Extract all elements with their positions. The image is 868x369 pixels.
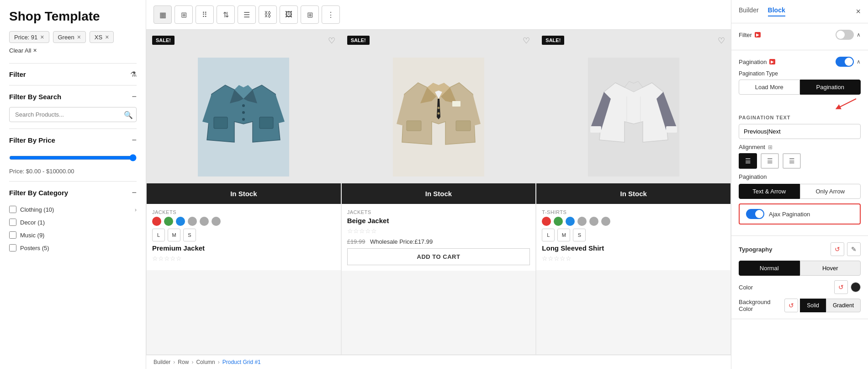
category-posters-checkbox[interactable]	[9, 244, 16, 251]
swatch-blue-1[interactable]	[176, 217, 185, 226]
filter-tag-xs[interactable]: XS ×	[90, 31, 114, 43]
toolbar-link-btn[interactable]: ⛓	[259, 5, 277, 24]
size-l-1[interactable]: L	[152, 229, 165, 241]
swatch-gray1-3[interactable]	[577, 217, 587, 226]
toolbar-arrows-btn[interactable]: ⇅	[217, 5, 235, 24]
typography-actions: ↺ ✎	[831, 242, 861, 256]
color-label: Color	[739, 284, 753, 291]
only-arrow-btn[interactable]: Only Arrow	[800, 184, 861, 199]
size-m-1[interactable]: M	[168, 229, 180, 241]
tab-block[interactable]: Block	[768, 6, 785, 16]
gradient-btn[interactable]: Gradient	[826, 299, 861, 312]
bg-color-reset-btn[interactable]: ↺	[784, 299, 798, 312]
swatch-gray2-1[interactable]	[200, 217, 209, 226]
wishlist-btn-3[interactable]: ♡	[718, 36, 725, 46]
swatch-gray2-3[interactable]	[589, 217, 598, 226]
size-s-3[interactable]: S	[573, 229, 586, 241]
ajax-pagination-toggle[interactable]	[746, 209, 764, 219]
close-panel-button[interactable]: ×	[856, 7, 861, 16]
hover-tab[interactable]: Hover	[800, 261, 861, 276]
search-input[interactable]	[9, 107, 137, 122]
svg-rect-14	[666, 126, 677, 133]
tab-builder[interactable]: Builder	[739, 6, 759, 16]
align-right-btn[interactable]: ☰	[783, 153, 801, 169]
add-to-cart-btn-2[interactable]: ADD TO CART	[347, 248, 530, 265]
swatch-blue-3[interactable]	[566, 217, 575, 226]
collapse-price-icon[interactable]: −	[132, 135, 137, 145]
breadcrumb-current[interactable]: Product Grid #1	[222, 359, 261, 365]
align-center-btn[interactable]: ☰	[761, 153, 779, 169]
category-music: Music (9)	[9, 229, 137, 241]
size-m-3[interactable]: M	[557, 229, 570, 241]
swatch-green-3[interactable]	[554, 217, 563, 226]
breadcrumb-row[interactable]: Row	[178, 359, 189, 365]
breadcrumb-builder[interactable]: Builder	[153, 359, 170, 365]
clothing-chevron[interactable]: ›	[135, 206, 137, 213]
toolbar-image-btn[interactable]: 🖼	[280, 5, 298, 24]
collapse-search-icon[interactable]: −	[132, 92, 137, 102]
text-arrow-btn[interactable]: Text & Arrow	[739, 184, 800, 199]
pagination-btn[interactable]: Pagination	[800, 80, 861, 95]
clear-all-button[interactable]: Clear All ×	[9, 47, 137, 54]
load-more-btn[interactable]: Load More	[739, 80, 800, 95]
product-name-3: Long Sleeved Shirt	[542, 244, 725, 252]
size-s-1[interactable]: S	[183, 229, 196, 241]
in-stock-banner-2: In Stock	[342, 183, 536, 204]
wishlist-btn-1[interactable]: ♡	[328, 36, 335, 46]
sale-badge-3: SALE!	[542, 36, 564, 45]
toolbar-table-btn[interactable]: ⊞	[301, 5, 319, 24]
swatch-gray3-1[interactable]	[212, 217, 221, 226]
swatch-red-1[interactable]	[152, 217, 161, 226]
category-clothing-checkbox[interactable]	[9, 206, 16, 213]
alignment-label: Alignment ⊞	[739, 144, 861, 150]
pagination-toggle[interactable]	[836, 57, 854, 67]
pagination-text-input[interactable]	[739, 124, 861, 139]
category-decor-checkbox[interactable]	[9, 219, 16, 226]
remove-xs-filter[interactable]: ×	[105, 33, 109, 41]
swatch-gray3-3[interactable]	[601, 217, 610, 226]
pagination-chevron[interactable]: ∧	[857, 59, 861, 65]
toolbar-more-btn[interactable]: ⋮	[322, 5, 340, 24]
filter-tag-green[interactable]: Green ×	[53, 31, 86, 43]
typography-reset-btn[interactable]: ↺	[831, 242, 844, 256]
color-reset-btn[interactable]: ↺	[834, 280, 848, 294]
category-music-checkbox[interactable]	[9, 231, 16, 239]
filter-toggle[interactable]	[836, 30, 854, 40]
search-button[interactable]: 🔍	[124, 110, 133, 119]
solid-btn[interactable]: Solid	[800, 299, 826, 312]
filter-funnel-icon: ⚗	[130, 70, 137, 79]
filter-video-icon[interactable]: ▶	[755, 32, 761, 37]
pagination-text-label: PAGINATION TEXT	[739, 115, 861, 120]
collapse-category-icon[interactable]: −	[132, 188, 137, 198]
color-picker[interactable]	[851, 282, 861, 292]
filter-tag-price[interactable]: Price: 91 ×	[9, 31, 49, 43]
align-center-icon: ☰	[767, 157, 773, 165]
pagination-text-section: PAGINATION TEXT	[739, 115, 861, 139]
size-l-3[interactable]: L	[542, 229, 555, 241]
toolbar-align-btn[interactable]: ☰	[238, 5, 256, 24]
swatch-green-1[interactable]	[164, 217, 173, 226]
pagination-video-icon[interactable]: ▶	[769, 59, 775, 64]
product-image-2	[393, 58, 484, 176]
toolbar-dots-btn[interactable]: ⠿	[196, 5, 214, 24]
typography-edit-btn[interactable]: ✎	[847, 242, 861, 256]
normal-tab[interactable]: Normal	[739, 261, 800, 276]
red-arrow-svg	[833, 96, 861, 110]
filter-chevron[interactable]: ∧	[857, 32, 861, 38]
align-left-btn[interactable]: ☰	[739, 153, 757, 169]
price-range-slider[interactable]	[9, 154, 137, 161]
filter-title: Filter	[9, 70, 26, 78]
remove-green-filter[interactable]: ×	[77, 33, 81, 41]
swatch-gray1-1[interactable]	[188, 217, 197, 226]
clear-all-icon: ×	[33, 47, 37, 54]
wishlist-btn-2[interactable]: ♡	[523, 36, 530, 46]
remove-price-filter[interactable]: ×	[40, 33, 44, 41]
in-stock-banner-1: In Stock	[147, 183, 341, 204]
original-price-2: £19.99	[347, 238, 365, 245]
category-clothing: Clothing (10) ›	[9, 203, 137, 216]
toolbar-bars-btn[interactable]: ▦	[153, 5, 172, 24]
filter-section-header: Filter ⚗	[9, 70, 137, 79]
swatch-red-3[interactable]	[542, 217, 551, 226]
breadcrumb-column[interactable]: Column	[196, 359, 215, 365]
toolbar-grid-btn[interactable]: ⊞	[175, 5, 193, 24]
